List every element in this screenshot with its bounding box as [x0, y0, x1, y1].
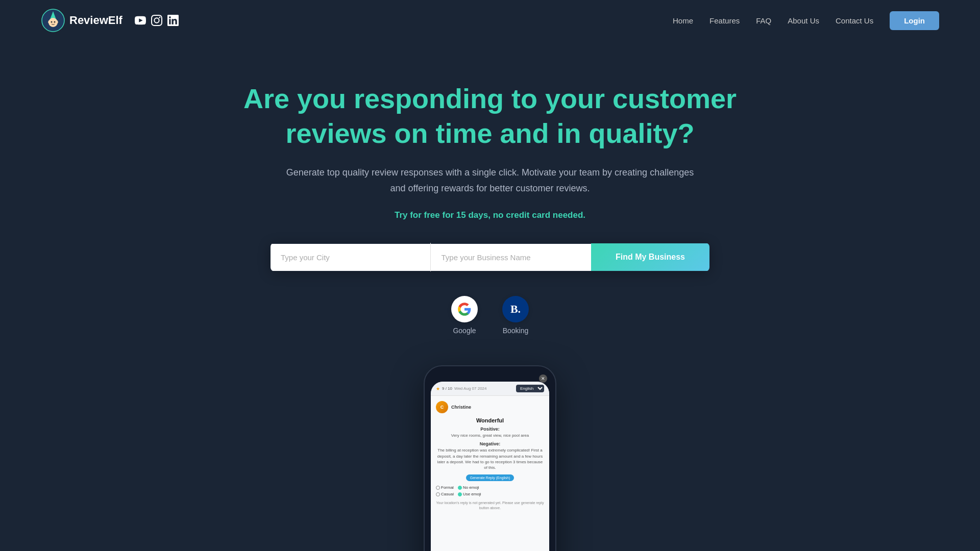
phone-mockup: ★ 9 / 10 Wed Aug 07 2024 English ✕ C Chr…: [424, 365, 556, 551]
google-platform: Google: [451, 296, 478, 335]
linkedin-icon[interactable]: [167, 15, 179, 26]
phone-content: C Christine Wonderful Positive: Very nic…: [431, 396, 549, 516]
nav-faq[interactable]: FAQ: [756, 16, 771, 25]
booking-label: Booking: [503, 327, 529, 335]
hero-subtitle: Generate top quality review responses wi…: [286, 165, 694, 196]
use-emoji-option[interactable]: Use emoji: [458, 492, 481, 496]
header: ReviewElf Home Featu: [0, 0, 980, 41]
logo-area: ReviewElf: [41, 8, 179, 33]
booking-logo-text: B.: [510, 303, 521, 316]
star-1: ★: [436, 386, 440, 391]
login-button[interactable]: Login: [890, 11, 939, 30]
reviewer-name: Christine: [451, 405, 471, 410]
city-input[interactable]: [271, 244, 430, 271]
positive-label: Positive:: [436, 427, 544, 432]
phone-notch: [470, 372, 510, 378]
no-emoji-label: No emoji: [463, 485, 479, 490]
hero-cta: Try for free for 15 days, no credit card…: [395, 210, 585, 220]
booking-platform: B. Booking: [502, 296, 529, 335]
hero-section: Are you responding to your customer revi…: [0, 41, 980, 551]
casual-radio[interactable]: [436, 492, 440, 496]
language-select[interactable]: English: [516, 385, 544, 392]
svg-point-3: [51, 21, 53, 23]
find-business-button[interactable]: Find My Business: [591, 243, 709, 271]
logo-icon: [41, 8, 65, 33]
reviewer-avatar: C: [436, 401, 448, 413]
negative-label: Negative:: [436, 441, 544, 446]
reviewer-header: C Christine: [436, 401, 544, 413]
emoji-options: Casual Use emoji: [436, 492, 544, 496]
youtube-icon[interactable]: [135, 15, 146, 26]
nav-features[interactable]: Features: [709, 16, 740, 25]
phone-footer-message: Your location's reply is not generated y…: [436, 500, 544, 511]
generate-reply-button[interactable]: Generate Reply (English): [466, 474, 514, 481]
negative-text: The billing at reception was extremely c…: [436, 447, 544, 470]
google-label: Google: [453, 327, 476, 335]
phone-top-bar: ★ 9 / 10 Wed Aug 07 2024 English ✕: [431, 382, 549, 396]
platform-icons: Google B. Booking: [451, 296, 529, 335]
nav-contact-us[interactable]: Contact Us: [836, 16, 873, 25]
svg-point-4: [54, 21, 56, 23]
booking-icon-circle: B.: [502, 296, 529, 322]
phone-section: ★ 9 / 10 Wed Aug 07 2024 English ✕ C Chr…: [102, 365, 878, 551]
star-rating: ★: [436, 386, 440, 391]
review-title: Wonderful: [436, 417, 544, 423]
brand-name: ReviewElf: [69, 14, 122, 27]
formal-label: Formal: [441, 485, 454, 490]
phone-screen: ★ 9 / 10 Wed Aug 07 2024 English ✕ C Chr…: [431, 382, 549, 551]
positive-text: Very nice rooms, great view, nice pool a…: [436, 433, 544, 438]
svg-point-2: [48, 18, 58, 27]
logo-link[interactable]: ReviewElf: [41, 8, 122, 33]
business-input[interactable]: [431, 244, 591, 271]
nav-about-us[interactable]: About Us: [788, 16, 819, 25]
casual-option[interactable]: Casual: [436, 492, 454, 496]
hero-title: Are you responding to your customer revi…: [209, 82, 771, 151]
nav-home[interactable]: Home: [673, 16, 693, 25]
instagram-icon[interactable]: [151, 15, 162, 26]
no-emoji-radio[interactable]: [458, 486, 462, 490]
search-bar: Find My Business: [271, 243, 709, 271]
use-emoji-label: Use emoji: [463, 492, 481, 496]
no-emoji-option[interactable]: No emoji: [458, 485, 479, 490]
google-icon-circle: [451, 296, 478, 322]
use-emoji-radio[interactable]: [458, 492, 462, 496]
close-button[interactable]: ✕: [539, 382, 547, 383]
main-nav: Home Features FAQ About Us Contact Us Lo…: [673, 11, 939, 30]
formal-radio[interactable]: [436, 486, 440, 490]
casual-label: Casual: [441, 492, 454, 496]
review-date: Wed Aug 07 2024: [454, 386, 486, 391]
score-text: 9 / 10: [442, 386, 452, 391]
tone-options: Formal No emoji: [436, 485, 544, 490]
social-icons: [135, 15, 179, 26]
formal-option[interactable]: Formal: [436, 485, 454, 490]
